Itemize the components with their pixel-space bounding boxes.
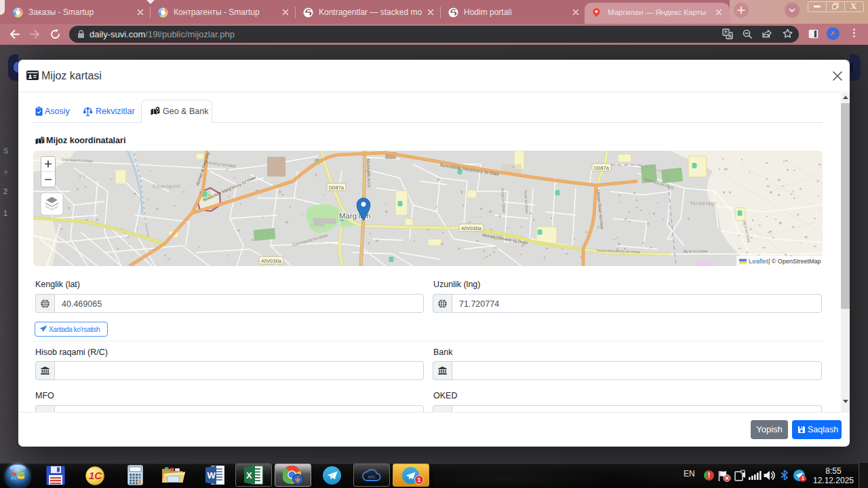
svg-text:X: X xyxy=(246,470,252,481)
svg-text:| © OpenStreetMap: | © OpenStreetMap xyxy=(768,258,821,265)
svg-text:Leaflet: Leaflet xyxy=(749,257,768,265)
svg-text:ATC: ATC xyxy=(368,475,376,479)
svg-text:W: W xyxy=(208,470,216,481)
